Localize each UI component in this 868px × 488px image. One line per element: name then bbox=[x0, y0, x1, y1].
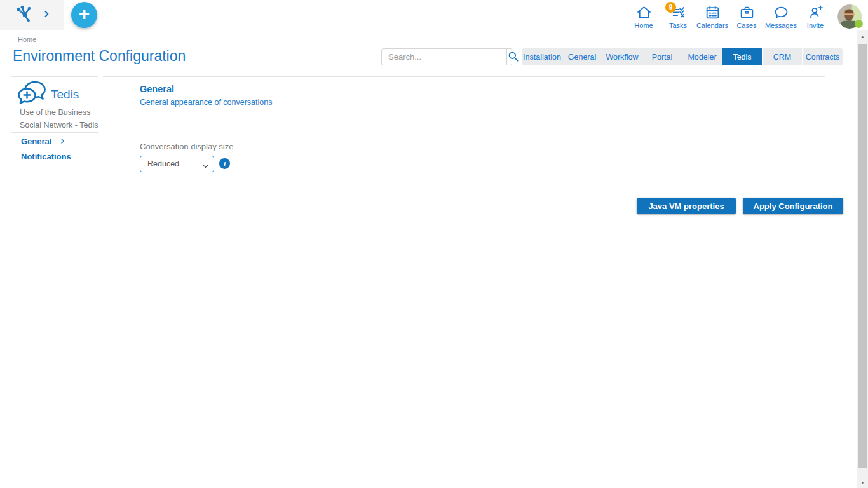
top-bar: + Home 9 Tasks Calendars bbox=[0, 0, 868, 30]
nav-cases[interactable]: Cases bbox=[729, 1, 764, 29]
nav-label: Cases bbox=[736, 22, 756, 29]
config-tabs: Installation General Workflow Portal Mod… bbox=[522, 48, 843, 65]
scrollbar-thumb[interactable] bbox=[858, 44, 867, 468]
nav-label: Tasks bbox=[669, 22, 687, 29]
sidebar-item-notifications[interactable]: Notifications bbox=[21, 152, 71, 161]
invite-icon bbox=[808, 4, 824, 21]
expand-chevron-icon[interactable] bbox=[42, 10, 51, 21]
breadcrumb[interactable]: Home bbox=[18, 36, 36, 43]
efficy-logo[interactable] bbox=[13, 3, 36, 28]
search-box bbox=[381, 48, 512, 65]
section-title: General bbox=[140, 84, 174, 94]
apply-configuration-button[interactable]: Apply Configuration bbox=[743, 198, 843, 214]
nav-messages[interactable]: Messages bbox=[764, 1, 798, 29]
nav-label: Invite bbox=[807, 22, 824, 29]
search-input[interactable] bbox=[382, 49, 506, 65]
nav-calendars[interactable]: Calendars bbox=[695, 1, 729, 29]
search-button[interactable] bbox=[506, 49, 519, 65]
section-subtitle: General appearance of conversations bbox=[140, 98, 272, 107]
conversation-display-size-field: Reduced bbox=[140, 156, 214, 172]
tab-tedis[interactable]: Tedis bbox=[722, 48, 763, 65]
add-button[interactable]: + bbox=[71, 2, 97, 28]
tasks-badge: 9 bbox=[665, 2, 676, 13]
plus-icon: + bbox=[79, 4, 90, 24]
sidebar-title: Tedis bbox=[51, 88, 79, 102]
conversation-display-size-label: Conversation display size bbox=[140, 142, 233, 151]
sidebar-item-label: Notifications bbox=[21, 152, 71, 161]
divider bbox=[11, 76, 98, 77]
cases-icon bbox=[739, 4, 755, 21]
search-icon bbox=[507, 50, 519, 64]
conversation-display-size-select[interactable]: Reduced bbox=[140, 156, 214, 172]
nav-tasks[interactable]: 9 Tasks bbox=[661, 1, 695, 29]
nav-home[interactable]: Home bbox=[627, 1, 661, 29]
messages-icon bbox=[773, 4, 789, 21]
tab-general[interactable]: General bbox=[562, 48, 602, 65]
java-vm-properties-button[interactable]: Java VM properties bbox=[637, 198, 736, 214]
vertical-scrollbar[interactable]: ▲ ▼ bbox=[857, 30, 868, 488]
online-status-dot bbox=[855, 20, 863, 28]
tab-contracts[interactable]: Contracts bbox=[803, 48, 843, 65]
calendars-icon bbox=[705, 4, 721, 21]
chevron-right-icon bbox=[60, 137, 65, 146]
divider bbox=[11, 132, 98, 133]
divider bbox=[103, 133, 825, 133]
divider bbox=[103, 76, 825, 77]
sidebar-description: Use of the Business Social Network - Ted… bbox=[20, 106, 114, 132]
sidebar-item-label: General bbox=[21, 137, 51, 146]
user-avatar[interactable] bbox=[837, 4, 862, 29]
scroll-down-arrow[interactable]: ▼ bbox=[857, 477, 868, 487]
tab-installation[interactable]: Installation bbox=[522, 48, 562, 65]
environment-configuration-page: + Home 9 Tasks Calendars bbox=[0, 0, 868, 488]
home-icon bbox=[636, 4, 652, 21]
tab-workflow[interactable]: Workflow bbox=[602, 48, 642, 65]
sidebar-item-general[interactable]: General bbox=[21, 137, 65, 146]
info-icon[interactable]: i bbox=[219, 158, 230, 169]
nav-label: Home bbox=[634, 22, 653, 29]
logo-area bbox=[0, 0, 64, 30]
nav-label: Calendars bbox=[696, 22, 728, 29]
nav-label: Messages bbox=[765, 22, 797, 29]
tab-modeler[interactable]: Modeler bbox=[682, 48, 722, 65]
page-title: Environment Configuration bbox=[13, 48, 186, 65]
tab-portal[interactable]: Portal bbox=[642, 48, 682, 65]
top-navigation: Home 9 Tasks Calendars Cases bbox=[627, 1, 868, 29]
tab-crm[interactable]: CRM bbox=[763, 48, 803, 65]
nav-invite[interactable]: Invite bbox=[798, 1, 832, 29]
scroll-up-arrow[interactable]: ▲ bbox=[857, 31, 868, 41]
